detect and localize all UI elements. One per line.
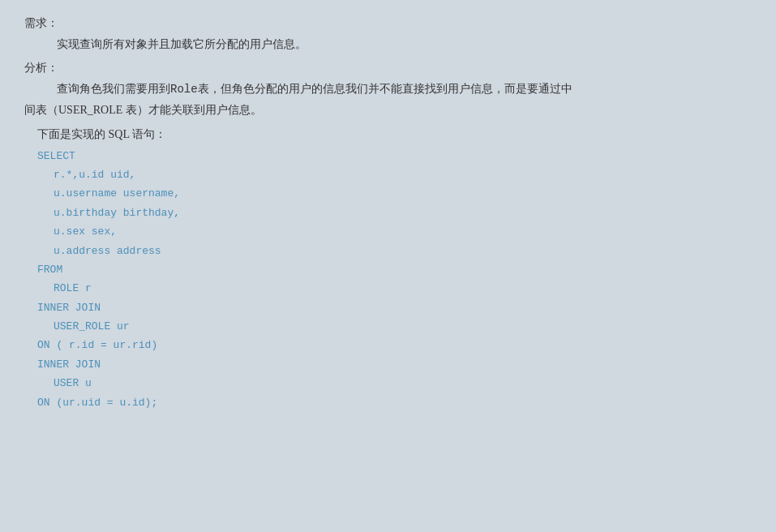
sql-label: 下面是实现的 SQL 语句： <box>24 127 752 142</box>
sql-inner-join1: INNER JOIN <box>37 298 752 317</box>
sql-from-table: ROLE r <box>37 279 752 298</box>
analysis-text-block: 查询角色我们需要用到Role表，但角色分配的用户的信息我们并不能直接找到用户信息… <box>24 79 752 100</box>
need-section: 需求： 实现查询所有对象并且加载它所分配的用户信息。 <box>24 16 752 54</box>
sql-on1: ON ( r.id = ur.rid) <box>37 336 752 354</box>
sql-field5: u.address address <box>37 242 752 260</box>
sql-field2: u.username username, <box>37 184 752 203</box>
sql-block: SELECT r.*,u.id uid, u.username username… <box>24 147 752 412</box>
analysis-line1-role: Role <box>170 83 198 96</box>
analysis-line2: 间表（USER_ROLE 表）才能关联到用户信息。 <box>24 100 752 120</box>
sql-on2: ON (ur.uid = u.id); <box>37 393 752 412</box>
sql-select: SELECT <box>37 147 752 165</box>
sql-field3: u.birthday birthday, <box>37 204 752 222</box>
sql-field1: r.*,u.id uid, <box>37 165 752 184</box>
sql-from: FROM <box>37 260 752 279</box>
need-label: 需求： <box>24 16 752 31</box>
sql-inner-join2: INNER JOIN <box>37 355 752 374</box>
analysis-label: 分析： <box>24 61 752 75</box>
sql-field4: u.sex sex, <box>37 222 752 241</box>
analysis-section: 分析： 查询角色我们需要用到Role表，但角色分配的用户的信息我们并不能直接找到… <box>24 61 752 120</box>
sql-join-table2: USER u <box>37 374 752 393</box>
analysis-line1-prefix: 查询角色我们需要用到 <box>57 83 170 95</box>
sql-join-table1: USER_ROLE ur <box>37 317 752 336</box>
analysis-line1-suffix: 表，但角色分配的用户的信息我们并不能直接找到用户信息，而是要通过中 <box>198 83 572 95</box>
need-description: 实现查询所有对象并且加载它所分配的用户信息。 <box>24 34 752 54</box>
page-container: 需求： 实现查询所有对象并且加载它所分配的用户信息。 分析： 查询角色我们需要用… <box>0 0 776 532</box>
